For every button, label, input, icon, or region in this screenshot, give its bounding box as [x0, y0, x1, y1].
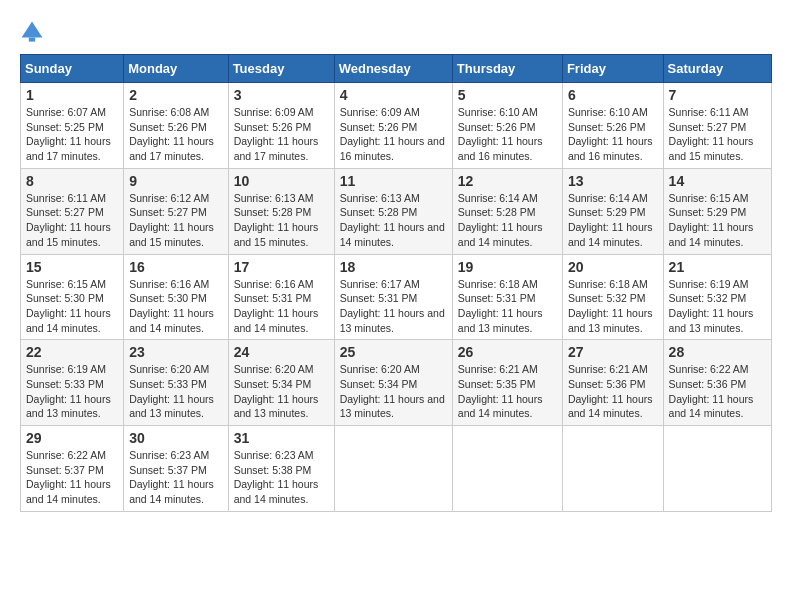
day-detail: Sunrise: 6:15 AMSunset: 5:30 PMDaylight:…: [26, 278, 111, 334]
day-cell: 9 Sunrise: 6:12 AMSunset: 5:27 PMDayligh…: [124, 168, 228, 254]
day-cell: 21 Sunrise: 6:19 AMSunset: 5:32 PMDaylig…: [663, 254, 771, 340]
day-cell: 24 Sunrise: 6:20 AMSunset: 5:34 PMDaylig…: [228, 340, 334, 426]
header-cell-wednesday: Wednesday: [334, 55, 452, 83]
day-detail: Sunrise: 6:19 AMSunset: 5:32 PMDaylight:…: [669, 278, 754, 334]
week-row-5: 29 Sunrise: 6:22 AMSunset: 5:37 PMDaylig…: [21, 426, 772, 512]
day-detail: Sunrise: 6:11 AMSunset: 5:27 PMDaylight:…: [26, 192, 111, 248]
header-cell-tuesday: Tuesday: [228, 55, 334, 83]
day-detail: Sunrise: 6:14 AMSunset: 5:28 PMDaylight:…: [458, 192, 543, 248]
day-cell: 30 Sunrise: 6:23 AMSunset: 5:37 PMDaylig…: [124, 426, 228, 512]
day-detail: Sunrise: 6:18 AMSunset: 5:32 PMDaylight:…: [568, 278, 653, 334]
day-cell: 5 Sunrise: 6:10 AMSunset: 5:26 PMDayligh…: [452, 83, 562, 169]
day-number: 12: [458, 173, 557, 189]
day-detail: Sunrise: 6:20 AMSunset: 5:33 PMDaylight:…: [129, 363, 214, 419]
day-detail: Sunrise: 6:16 AMSunset: 5:30 PMDaylight:…: [129, 278, 214, 334]
day-detail: Sunrise: 6:09 AMSunset: 5:26 PMDaylight:…: [340, 106, 445, 162]
day-number: 7: [669, 87, 766, 103]
day-cell: [334, 426, 452, 512]
day-cell: 20 Sunrise: 6:18 AMSunset: 5:32 PMDaylig…: [562, 254, 663, 340]
day-number: 10: [234, 173, 329, 189]
day-detail: Sunrise: 6:07 AMSunset: 5:25 PMDaylight:…: [26, 106, 111, 162]
day-detail: Sunrise: 6:12 AMSunset: 5:27 PMDaylight:…: [129, 192, 214, 248]
day-number: 22: [26, 344, 118, 360]
week-row-1: 1 Sunrise: 6:07 AMSunset: 5:25 PMDayligh…: [21, 83, 772, 169]
day-cell: 22 Sunrise: 6:19 AMSunset: 5:33 PMDaylig…: [21, 340, 124, 426]
day-number: 2: [129, 87, 222, 103]
day-detail: Sunrise: 6:11 AMSunset: 5:27 PMDaylight:…: [669, 106, 754, 162]
day-cell: 17 Sunrise: 6:16 AMSunset: 5:31 PMDaylig…: [228, 254, 334, 340]
day-detail: Sunrise: 6:16 AMSunset: 5:31 PMDaylight:…: [234, 278, 319, 334]
day-number: 28: [669, 344, 766, 360]
day-detail: Sunrise: 6:14 AMSunset: 5:29 PMDaylight:…: [568, 192, 653, 248]
day-cell: 1 Sunrise: 6:07 AMSunset: 5:25 PMDayligh…: [21, 83, 124, 169]
day-cell: 6 Sunrise: 6:10 AMSunset: 5:26 PMDayligh…: [562, 83, 663, 169]
svg-marker-0: [22, 22, 43, 38]
day-detail: Sunrise: 6:10 AMSunset: 5:26 PMDaylight:…: [568, 106, 653, 162]
day-detail: Sunrise: 6:20 AMSunset: 5:34 PMDaylight:…: [340, 363, 445, 419]
day-cell: 27 Sunrise: 6:21 AMSunset: 5:36 PMDaylig…: [562, 340, 663, 426]
day-number: 16: [129, 259, 222, 275]
day-detail: Sunrise: 6:15 AMSunset: 5:29 PMDaylight:…: [669, 192, 754, 248]
calendar-table: SundayMondayTuesdayWednesdayThursdayFrid…: [20, 54, 772, 512]
week-row-4: 22 Sunrise: 6:19 AMSunset: 5:33 PMDaylig…: [21, 340, 772, 426]
day-number: 24: [234, 344, 329, 360]
header-row: SundayMondayTuesdayWednesdayThursdayFrid…: [21, 55, 772, 83]
day-number: 5: [458, 87, 557, 103]
day-cell: 28 Sunrise: 6:22 AMSunset: 5:36 PMDaylig…: [663, 340, 771, 426]
day-number: 20: [568, 259, 658, 275]
day-cell: 25 Sunrise: 6:20 AMSunset: 5:34 PMDaylig…: [334, 340, 452, 426]
day-detail: Sunrise: 6:13 AMSunset: 5:28 PMDaylight:…: [340, 192, 445, 248]
day-detail: Sunrise: 6:20 AMSunset: 5:34 PMDaylight:…: [234, 363, 319, 419]
day-cell: 23 Sunrise: 6:20 AMSunset: 5:33 PMDaylig…: [124, 340, 228, 426]
day-cell: 19 Sunrise: 6:18 AMSunset: 5:31 PMDaylig…: [452, 254, 562, 340]
day-detail: Sunrise: 6:23 AMSunset: 5:37 PMDaylight:…: [129, 449, 214, 505]
day-detail: Sunrise: 6:22 AMSunset: 5:37 PMDaylight:…: [26, 449, 111, 505]
day-number: 25: [340, 344, 447, 360]
day-cell: 13 Sunrise: 6:14 AMSunset: 5:29 PMDaylig…: [562, 168, 663, 254]
day-number: 17: [234, 259, 329, 275]
day-number: 26: [458, 344, 557, 360]
day-cell: [562, 426, 663, 512]
day-detail: Sunrise: 6:08 AMSunset: 5:26 PMDaylight:…: [129, 106, 214, 162]
day-number: 9: [129, 173, 222, 189]
day-detail: Sunrise: 6:21 AMSunset: 5:35 PMDaylight:…: [458, 363, 543, 419]
day-detail: Sunrise: 6:19 AMSunset: 5:33 PMDaylight:…: [26, 363, 111, 419]
day-cell: 11 Sunrise: 6:13 AMSunset: 5:28 PMDaylig…: [334, 168, 452, 254]
day-number: 1: [26, 87, 118, 103]
day-cell: 31 Sunrise: 6:23 AMSunset: 5:38 PMDaylig…: [228, 426, 334, 512]
header-cell-monday: Monday: [124, 55, 228, 83]
day-cell: 7 Sunrise: 6:11 AMSunset: 5:27 PMDayligh…: [663, 83, 771, 169]
day-cell: 8 Sunrise: 6:11 AMSunset: 5:27 PMDayligh…: [21, 168, 124, 254]
day-cell: 4 Sunrise: 6:09 AMSunset: 5:26 PMDayligh…: [334, 83, 452, 169]
day-cell: 15 Sunrise: 6:15 AMSunset: 5:30 PMDaylig…: [21, 254, 124, 340]
day-number: 6: [568, 87, 658, 103]
day-number: 13: [568, 173, 658, 189]
page-header: [20, 20, 772, 44]
day-detail: Sunrise: 6:09 AMSunset: 5:26 PMDaylight:…: [234, 106, 319, 162]
day-detail: Sunrise: 6:13 AMSunset: 5:28 PMDaylight:…: [234, 192, 319, 248]
day-detail: Sunrise: 6:21 AMSunset: 5:36 PMDaylight:…: [568, 363, 653, 419]
day-number: 23: [129, 344, 222, 360]
header-cell-saturday: Saturday: [663, 55, 771, 83]
week-row-2: 8 Sunrise: 6:11 AMSunset: 5:27 PMDayligh…: [21, 168, 772, 254]
day-cell: 26 Sunrise: 6:21 AMSunset: 5:35 PMDaylig…: [452, 340, 562, 426]
day-cell: 10 Sunrise: 6:13 AMSunset: 5:28 PMDaylig…: [228, 168, 334, 254]
header-cell-thursday: Thursday: [452, 55, 562, 83]
day-number: 30: [129, 430, 222, 446]
day-cell: [452, 426, 562, 512]
day-number: 4: [340, 87, 447, 103]
header-cell-sunday: Sunday: [21, 55, 124, 83]
day-cell: 3 Sunrise: 6:09 AMSunset: 5:26 PMDayligh…: [228, 83, 334, 169]
header-cell-friday: Friday: [562, 55, 663, 83]
logo-icon: [20, 20, 44, 44]
day-cell: [663, 426, 771, 512]
day-cell: 2 Sunrise: 6:08 AMSunset: 5:26 PMDayligh…: [124, 83, 228, 169]
day-number: 18: [340, 259, 447, 275]
day-cell: 29 Sunrise: 6:22 AMSunset: 5:37 PMDaylig…: [21, 426, 124, 512]
day-number: 31: [234, 430, 329, 446]
day-cell: 14 Sunrise: 6:15 AMSunset: 5:29 PMDaylig…: [663, 168, 771, 254]
day-cell: 16 Sunrise: 6:16 AMSunset: 5:30 PMDaylig…: [124, 254, 228, 340]
logo: [20, 20, 48, 44]
day-number: 15: [26, 259, 118, 275]
day-number: 27: [568, 344, 658, 360]
